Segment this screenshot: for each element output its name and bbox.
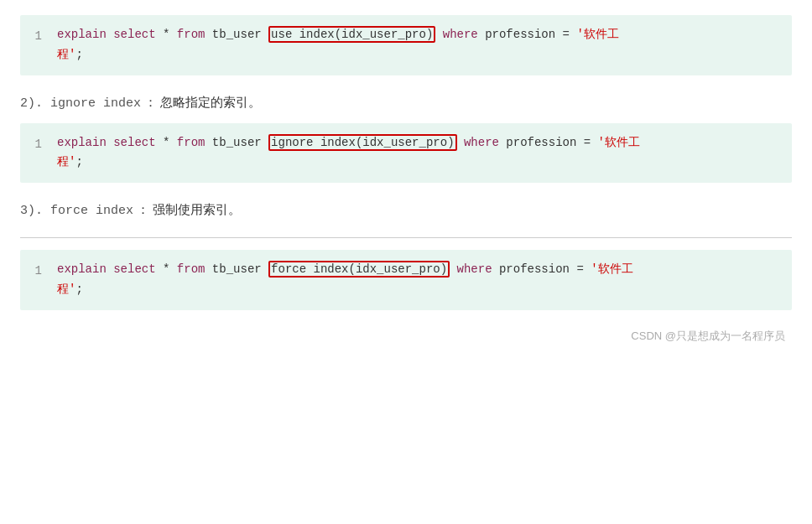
string-value-3b: 程' (57, 283, 75, 296)
code-line-5: explain select * from tb_user force inde… (57, 260, 792, 280)
highlight-force-index: force index(idx_user_pro) (268, 261, 450, 278)
keyword-explain-2: explain (57, 136, 107, 149)
keyword-select-2: select (113, 136, 155, 149)
keyword-from-3: from (177, 262, 206, 276)
highlight-ignore-index: ignore index(idx_user_pro) (268, 134, 456, 151)
code-line-1: explain select * from tb_user use index(… (57, 25, 792, 45)
keyword-explain: explain (57, 28, 107, 41)
keyword-where-3: where (457, 262, 492, 276)
section-ignore-index: 2). ignore index ： 忽略指定的索引。 1 explain se… (20, 91, 792, 184)
line-number-3: 1 (20, 260, 57, 282)
label-colon-2: ： (144, 95, 157, 109)
keyword-select: select (113, 28, 155, 41)
string-value-1: '软件工 (576, 28, 618, 41)
section-force-index-label: 3). force index ： 强制使用索引。 (20, 198, 792, 222)
code-block-force-index: 1 explain select * from tb_user force in… (20, 250, 792, 310)
label-number-3: 3). force index (20, 204, 133, 218)
code-lines-ignore-index: explain select * from tb_user ignore ind… (57, 133, 792, 174)
section-force-index-code: 1 explain select * from tb_user force in… (20, 250, 792, 310)
label-desc-3: 强制使用索引。 (153, 202, 241, 216)
line-number-2: 1 (20, 133, 57, 155)
section-label-ignore: 2). ignore index ： 忽略指定的索引。 (20, 91, 792, 115)
code-line-6: 程'; (57, 280, 792, 300)
code-block-ignore-index: 1 explain select * from tb_user ignore i… (20, 123, 792, 184)
page-content: 1 explain select * from tb_user use inde… (0, 0, 812, 355)
section-use-index: 1 explain select * from tb_user use inde… (20, 15, 792, 75)
string-value-2b: 程' (57, 155, 75, 169)
keyword-from-2: from (177, 136, 206, 149)
code-line-2: 程'; (57, 45, 792, 65)
string-value-1b: 程' (57, 48, 75, 61)
code-lines-force-index: explain select * from tb_user force inde… (57, 260, 792, 300)
code-block-use-index: 1 explain select * from tb_user use inde… (20, 15, 792, 75)
keyword-where-2: where (464, 136, 499, 149)
keyword-select-3: select (113, 262, 155, 276)
keyword-from: from (177, 28, 206, 41)
divider (20, 237, 792, 238)
label-number-2: 2). ignore index (20, 96, 141, 111)
highlight-use-index: use index(idx_user_pro) (268, 26, 435, 43)
label-colon-3: ： (137, 202, 149, 216)
string-value-2: '软件工 (598, 136, 640, 149)
line-number-1: 1 (20, 25, 57, 47)
watermark: CSDN @只是想成为一名程序员 (20, 325, 792, 347)
keyword-explain-3: explain (57, 262, 107, 276)
section-label-force: 3). force index ： 强制使用索引。 (20, 198, 792, 222)
code-lines-use-index: explain select * from tb_user use index(… (57, 25, 792, 65)
string-value-3: '软件工 (591, 262, 632, 276)
label-desc-2: 忽略指定的索引。 (160, 95, 261, 109)
code-line-3: explain select * from tb_user ignore ind… (57, 133, 792, 153)
code-line-4: 程'; (57, 153, 792, 173)
keyword-where: where (443, 28, 478, 41)
